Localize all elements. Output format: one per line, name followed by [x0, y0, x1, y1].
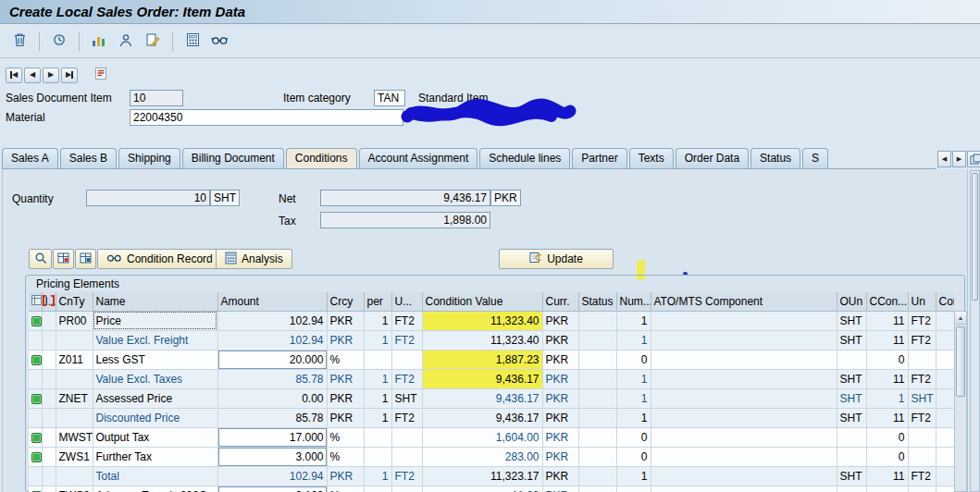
cell-ccon[interactable]: 11	[866, 466, 908, 486]
cell-status[interactable]	[578, 369, 616, 388]
tab-texts[interactable]: Texts	[629, 148, 674, 168]
last-item-button[interactable]: ▶	[61, 68, 78, 83]
cell-name[interactable]: Value Excl. Taxes	[93, 369, 217, 388]
cell-i[interactable]	[42, 330, 56, 350]
cell-cnty[interactable]	[56, 408, 93, 427]
scrollbar-thumb[interactable]	[972, 173, 978, 301]
cell-ato[interactable]	[651, 466, 837, 486]
cell-status[interactable]	[578, 447, 616, 466]
cell-curr[interactable]: PKR	[542, 369, 578, 388]
cell-status[interactable]	[578, 350, 616, 369]
cell-crcy[interactable]: PKR	[327, 388, 364, 408]
row-select-cell[interactable]	[29, 311, 42, 330]
row-select-cell[interactable]	[29, 408, 42, 427]
tab-schedule-lines[interactable]: Schedule lines	[479, 148, 570, 168]
cell-un[interactable]: FT2	[908, 369, 936, 388]
cell-cnty[interactable]	[56, 369, 93, 388]
cell-un[interactable]	[908, 427, 936, 447]
cell-ato[interactable]	[651, 486, 837, 492]
cell-cnty[interactable]: MWST	[56, 427, 93, 447]
column-header-name[interactable]: Name	[93, 292, 217, 311]
tab-account-assignment[interactable]: Account Assignment	[359, 148, 478, 168]
delete-button[interactable]	[7, 30, 31, 54]
panel-scrollbar[interactable]	[970, 170, 980, 492]
cell-amount[interactable]: 102.94	[217, 330, 327, 350]
cell-name[interactable]: Value Excl. Freight	[93, 330, 217, 350]
column-header-un[interactable]: Un	[908, 292, 936, 311]
cell-name[interactable]: Advance Tax u/s 236G	[93, 486, 217, 492]
cell-per[interactable]	[364, 447, 391, 466]
cell-cor[interactable]	[936, 330, 954, 350]
first-item-button[interactable]: ◀	[6, 68, 22, 83]
cell-crcy[interactable]: PKR	[327, 408, 364, 427]
cell-per[interactable]: 1	[364, 330, 391, 350]
tab-status[interactable]: Status	[751, 148, 800, 168]
cell-i[interactable]	[42, 427, 56, 447]
row-select-cell[interactable]	[29, 466, 42, 486]
cell-per[interactable]: 1	[364, 369, 391, 388]
document-button[interactable]	[94, 67, 107, 83]
cell-oun[interactable]: SHT	[837, 466, 866, 486]
statistics-button[interactable]	[87, 30, 111, 54]
cell-status[interactable]	[578, 486, 616, 492]
cell-ccon[interactable]: 11	[866, 408, 908, 427]
cell-num[interactable]: 0	[616, 427, 651, 447]
tax-value-field[interactable]	[320, 212, 490, 228]
cell-curr[interactable]: PKR	[542, 311, 578, 330]
cell-name[interactable]: Discounted Price	[93, 408, 217, 427]
cell-ccon[interactable]: 0	[866, 427, 908, 447]
cell-amount[interactable]: 20.000	[217, 350, 327, 369]
cell-amount[interactable]: 17.000	[217, 427, 327, 447]
cell-cnty[interactable]: Z011	[56, 350, 93, 369]
net-value-field[interactable]	[320, 190, 490, 206]
cell-curr[interactable]: PKR	[542, 427, 578, 447]
cell-condval[interactable]: 11.00	[422, 486, 542, 492]
display-glasses-button[interactable]	[207, 30, 231, 54]
cell-per[interactable]: 1	[364, 408, 391, 427]
cell-ccon[interactable]: 11	[866, 369, 908, 388]
cell-condval[interactable]: 9,436.17	[422, 408, 542, 427]
cell-cor[interactable]	[936, 408, 954, 427]
cell-ato[interactable]	[651, 447, 837, 466]
column-header-unit[interactable]: U...	[391, 292, 422, 311]
cell-condval[interactable]: 1,887.23	[422, 350, 542, 369]
cell-un[interactable]: FT2	[908, 466, 936, 486]
item-category-field[interactable]	[374, 90, 405, 106]
column-header-status[interactable]: Status	[578, 292, 616, 311]
cell-cor[interactable]	[936, 388, 954, 408]
cell-status[interactable]	[578, 466, 616, 486]
cell-ato[interactable]	[651, 369, 837, 388]
cell-un[interactable]: SHT	[908, 388, 936, 408]
cell-ato[interactable]	[651, 350, 837, 369]
cell-amount[interactable]: 102.94	[217, 311, 327, 330]
cell-cnty[interactable]: ZNET	[56, 388, 93, 408]
delete-row-button[interactable]	[75, 249, 96, 269]
cell-amount[interactable]: 85.78	[217, 408, 327, 427]
next-item-button[interactable]: ▶	[43, 68, 59, 83]
row-select-cell[interactable]	[29, 369, 42, 388]
cell-per[interactable]	[364, 350, 391, 369]
tab-partner[interactable]: Partner	[572, 148, 626, 168]
cell-ato[interactable]	[651, 330, 837, 350]
cell-crcy[interactable]: %	[327, 350, 364, 369]
material-field[interactable]	[130, 109, 403, 126]
cell-ccon[interactable]: 0	[866, 350, 908, 369]
cell-oun[interactable]: SHT	[837, 330, 866, 350]
search-button[interactable]	[29, 249, 52, 269]
cell-oun[interactable]	[837, 486, 866, 492]
tab-order-data[interactable]: Order Data	[676, 148, 749, 168]
tab-sales-b[interactable]: Sales B	[60, 148, 117, 168]
cell-curr[interactable]: PKR	[542, 330, 578, 350]
cell-cnty[interactable]	[56, 330, 93, 350]
cell-per[interactable]: 1	[364, 388, 391, 408]
cell-un[interactable]	[908, 350, 936, 369]
cell-unit[interactable]: FT2	[391, 408, 422, 427]
column-header-curr[interactable]: Curr.	[542, 292, 578, 311]
scrollbar-thumb[interactable]	[956, 326, 965, 397]
tab-sales-a[interactable]: Sales A	[2, 148, 58, 168]
tab-scroll-right-button[interactable]: ▶	[952, 151, 966, 167]
column-header-crcy[interactable]: Crcy	[327, 292, 364, 311]
cell-cnty[interactable]: ZWS1	[56, 447, 93, 466]
update-button[interactable]: Update	[499, 249, 614, 269]
cell-unit[interactable]: FT2	[391, 369, 422, 388]
